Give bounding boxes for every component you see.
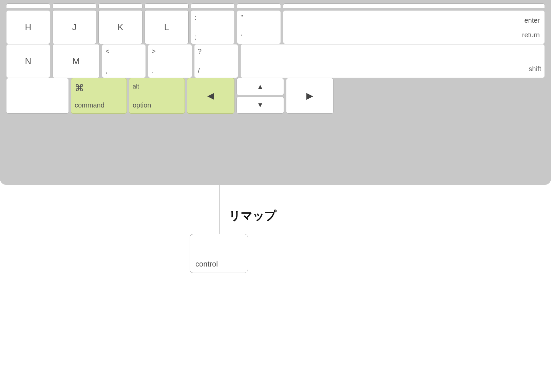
key-l[interactable]: L [145, 10, 189, 44]
keyboard: H J K L : ; " ' enter return N M [0, 0, 551, 185]
key-right-shift[interactable]: shift [240, 44, 545, 78]
control-key-label: control [195, 260, 218, 269]
key-down-arrow[interactable]: ▼ [236, 97, 284, 114]
key-control[interactable]: control [190, 234, 248, 273]
key-enter[interactable]: enter return [283, 10, 545, 44]
key-m[interactable]: M [52, 44, 100, 78]
key-slash[interactable]: ? / [194, 44, 238, 78]
connector-line [219, 185, 220, 234]
key-option[interactable]: alt option [129, 78, 185, 114]
remap-label: リマップ [229, 208, 276, 224]
keyboard-row-bottom: ⌘ command alt option ◀ ▲ ▼ ▶ [6, 78, 545, 114]
key-left-space[interactable] [6, 78, 69, 114]
key-comma[interactable]: < , [102, 44, 146, 78]
key-j[interactable]: J [52, 10, 96, 44]
keyboard-row-hjkl: H J K L : ; " ' enter return [6, 10, 545, 44]
keyboard-row-nm: N M < , > . ? / shift [6, 44, 545, 78]
key-up-arrow[interactable]: ▲ [236, 78, 284, 95]
key-updown-container: ▲ ▼ [236, 78, 284, 114]
key-h[interactable]: H [6, 10, 50, 44]
key-command[interactable]: ⌘ command [71, 78, 127, 114]
key-n[interactable]: N [6, 44, 50, 78]
key-period[interactable]: > . [148, 44, 192, 78]
key-right-arrow[interactable]: ▶ [286, 78, 334, 114]
key-quote[interactable]: " ' [237, 10, 281, 44]
key-k[interactable]: K [98, 10, 142, 44]
key-semicolon[interactable]: : ; [191, 10, 235, 44]
key-left-arrow[interactable]: ◀ [187, 78, 234, 114]
